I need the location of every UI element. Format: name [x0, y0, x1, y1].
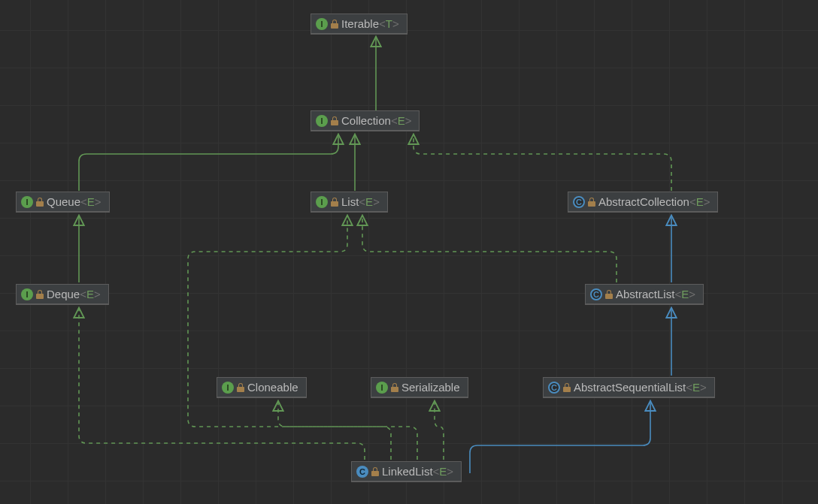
edge-linkedlist-list: [188, 216, 391, 460]
edge-abslist-list: [362, 216, 617, 282]
node-label: Iterable<T>: [341, 17, 399, 30]
node-label: List<E>: [341, 195, 380, 208]
node-iterable[interactable]: I Iterable<T>: [311, 14, 407, 35]
abstract-class-icon: C: [548, 382, 560, 394]
lock-icon: [331, 198, 338, 207]
lock-icon: [371, 467, 379, 476]
lock-icon: [36, 198, 44, 207]
interface-icon: I: [222, 382, 234, 394]
node-deque[interactable]: I Deque<E>: [16, 284, 109, 305]
node-abstractsequentiallist[interactable]: C AbstractSequentialList<E>: [543, 377, 715, 398]
interface-icon: I: [316, 196, 328, 208]
edge-queue-collection: [79, 135, 338, 191]
interface-icon: I: [21, 288, 33, 300]
class-icon: C: [356, 466, 368, 478]
lock-icon: [331, 116, 338, 125]
abstract-class-icon: C: [573, 196, 585, 208]
node-abstractlist[interactable]: C AbstractList<E>: [585, 284, 704, 305]
node-queue[interactable]: I Queue<E>: [16, 192, 110, 213]
node-linkedlist[interactable]: C LinkedList<E>: [351, 461, 462, 482]
node-label: Collection<E>: [341, 114, 411, 127]
interface-icon: I: [21, 196, 33, 208]
edge-linkedlist-serializable: [435, 402, 444, 460]
node-label: AbstractSequentialList<E>: [574, 381, 707, 394]
lock-icon: [605, 290, 613, 299]
edge-linkedlist-cloneable: [278, 402, 417, 460]
node-label: Serializable: [401, 381, 460, 394]
node-collection[interactable]: I Collection<E>: [311, 110, 420, 131]
node-label: LinkedList<E>: [382, 465, 453, 478]
node-label: Cloneable: [247, 381, 298, 394]
node-label: AbstractList<E>: [616, 288, 695, 300]
node-cloneable[interactable]: I Cloneable: [217, 377, 307, 398]
edge-linkedlist-absseq: [470, 402, 650, 473]
edges-layer: [0, 0, 818, 504]
lock-icon: [563, 383, 571, 392]
interface-icon: I: [316, 115, 328, 127]
abstract-class-icon: C: [590, 288, 602, 300]
node-list[interactable]: I List<E>: [311, 192, 388, 213]
node-label: Queue<E>: [47, 195, 101, 208]
node-abstractcollection[interactable]: C AbstractCollection<E>: [568, 192, 718, 213]
node-label: AbstractCollection<E>: [598, 195, 710, 208]
lock-icon: [237, 383, 244, 392]
interface-icon: I: [316, 18, 328, 30]
node-serializable[interactable]: I Serializable: [371, 377, 468, 398]
edge-abscoll-collection: [414, 135, 671, 191]
lock-icon: [331, 20, 338, 29]
interface-icon: I: [376, 382, 388, 394]
lock-icon: [36, 290, 44, 299]
lock-icon: [588, 198, 595, 207]
node-label: Deque<E>: [47, 288, 101, 300]
lock-icon: [391, 383, 398, 392]
